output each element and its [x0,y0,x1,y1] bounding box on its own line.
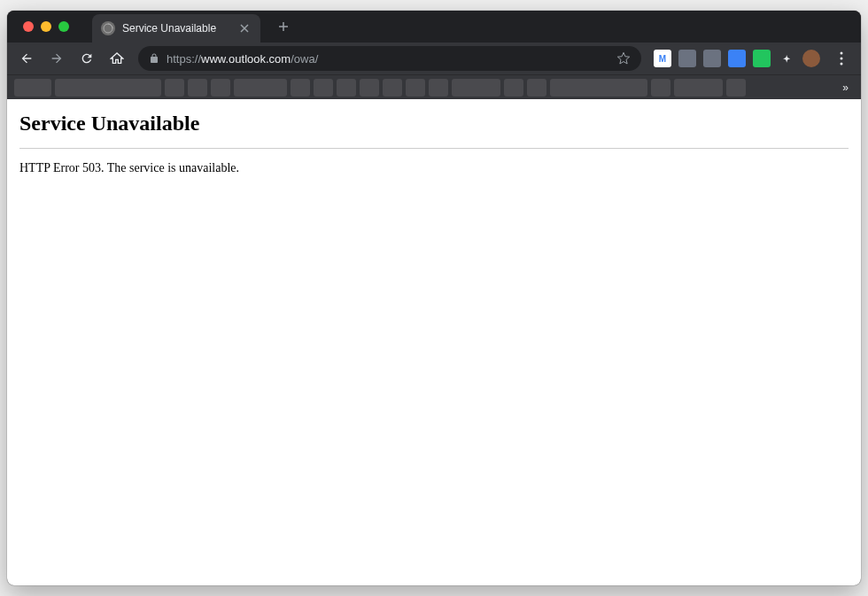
extension-ext-2-icon[interactable] [678,50,696,67]
error-message: HTTP Error 503. The service is unavailab… [19,161,849,175]
error-heading: Service Unavailable [19,112,849,135]
bookmark-item[interactable] [337,79,356,97]
url-path: /owa/ [291,52,318,66]
bookmark-item[interactable] [406,79,425,97]
svg-point-3 [841,63,843,66]
back-button[interactable] [14,46,39,71]
bookmark-item[interactable] [726,79,746,97]
maximize-window-button[interactable] [58,21,69,32]
extension-puzzle-icon[interactable]: ✦ [778,50,795,67]
bookmarks-overflow-button[interactable]: » [837,81,854,94]
page-content: Service Unavailable HTTP Error 503. The … [7,99,861,585]
bookmark-item[interactable] [165,79,184,97]
url-protocol: https:// [167,52,201,66]
bookmark-item[interactable] [651,79,670,97]
new-tab-button[interactable] [271,14,296,39]
extension-avatar-icon[interactable] [802,50,820,67]
close-window-button[interactable] [23,21,34,32]
bookmark-item[interactable] [211,79,230,97]
toolbar: https://www.outlook.com/owa/ M✦ [7,43,861,74]
bookmark-item[interactable] [383,79,402,97]
extension-ext-3-icon[interactable] [703,50,721,67]
bookmark-item[interactable] [14,79,51,97]
extension-ext-5-icon[interactable] [753,50,771,67]
bookmark-item[interactable] [527,79,546,97]
url-text: https://www.outlook.com/owa/ [167,52,609,66]
address-bar[interactable]: https://www.outlook.com/owa/ [138,46,641,71]
tab-favicon-icon [101,21,115,35]
browser-tab[interactable]: Service Unavailable [92,14,260,43]
extension-ext-1-icon[interactable]: M [654,50,671,67]
bookmark-item[interactable] [429,79,448,97]
svg-point-1 [841,52,843,55]
bookmark-item[interactable] [55,79,161,97]
bookmark-item[interactable] [314,79,333,97]
bookmark-item[interactable] [452,79,500,97]
url-domain: www.outlook.com [201,52,291,66]
window-controls [16,21,76,32]
svg-point-2 [841,58,843,60]
extension-ext-4-icon[interactable] [728,50,746,67]
minimize-window-button[interactable] [41,21,51,32]
divider [19,148,849,149]
bookmark-star-icon[interactable] [616,51,631,66]
bookmark-item[interactable] [291,79,310,97]
bookmark-item[interactable] [674,79,723,97]
lock-icon[interactable] [149,53,159,64]
bookmark-item[interactable] [360,79,379,97]
bookmark-item[interactable] [504,79,523,97]
reload-button[interactable] [74,46,99,71]
home-button[interactable] [105,46,129,71]
tab-bar: Service Unavailable [7,11,861,43]
browser-menu-button[interactable] [829,46,854,71]
bookmark-item[interactable] [550,79,647,97]
close-tab-button[interactable] [237,21,252,35]
tab-title: Service Unavailable [122,22,237,35]
bookmark-item[interactable] [188,79,207,97]
bookmark-item[interactable] [234,79,287,97]
forward-button[interactable] [44,46,69,71]
bookmarks-bar: » [7,74,861,99]
browser-window: Service Unavailable https [7,11,861,585]
extension-icons: M✦ [650,50,824,67]
